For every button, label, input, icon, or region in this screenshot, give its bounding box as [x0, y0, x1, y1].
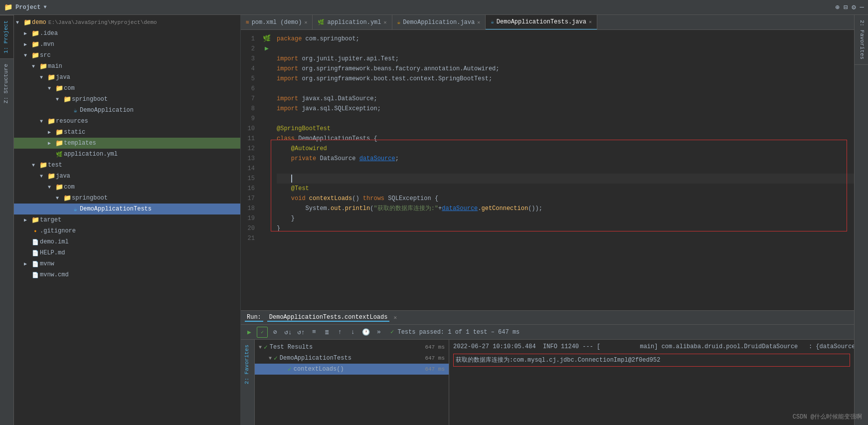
tree-static[interactable]: ▶ 📁 static — [14, 127, 240, 138]
settings-icon[interactable]: ⚙ — [852, 3, 856, 11]
tree-templates[interactable]: ▶ 📁 templates — [14, 138, 240, 149]
tree-main-com[interactable]: ▼ 📁 com — [14, 83, 240, 94]
rerun-failed-button[interactable]: ↺↑ — [296, 327, 307, 338]
minimize-icon[interactable]: — — [860, 3, 864, 11]
tree-test[interactable]: ▼ 📁 test — [14, 160, 240, 171]
tree-demo-application[interactable]: ▶ ☕ DemoApplication — [14, 105, 240, 116]
rerun-button[interactable]: ↺↓ — [283, 327, 294, 338]
tree-test-java[interactable]: ▼ 📁 java — [14, 171, 240, 182]
code-line-12: @Autowired — [277, 144, 854, 154]
clock-button[interactable]: 🕐 — [360, 327, 371, 338]
layout-icon[interactable]: ⊟ — [844, 3, 848, 11]
tree-main[interactable]: ▼ 📁 main — [14, 61, 240, 72]
editor-area: ≋ pom.xml (demo) ✕ 🌿 application.yml ✕ ☕… — [241, 15, 854, 425]
tree-demo-tests[interactable]: ▶ ☕ DemoApplicationTests — [14, 204, 240, 214]
close-run-tab[interactable]: ✕ — [393, 314, 397, 321]
watermark: CSDN @什么时候能变强啊 — [793, 413, 862, 421]
more-button[interactable]: » — [373, 327, 384, 338]
tree-target[interactable]: ▶ 📁 target — [14, 214, 240, 225]
test-method-item[interactable]: ▶ ✓ contextLoads() 647 ms — [255, 364, 449, 375]
tree-idea[interactable]: ▶ 📁 .idea — [14, 28, 240, 39]
tab-demo-app[interactable]: ☕ DemoApplication.java ✕ — [392, 15, 486, 30]
tree-mvn[interactable]: ▶ 📁 .mvn — [14, 39, 240, 50]
dropdown-arrow[interactable]: ▼ — [43, 4, 46, 10]
code-line-1: package com.springboot; — [277, 34, 854, 44]
tab-close-pom[interactable]: ✕ — [304, 19, 307, 25]
tree-main-java[interactable]: ▼ 📁 java — [14, 72, 240, 83]
test-class-item[interactable]: ▼ ✓ DemoApplicationTests 647 ms — [255, 353, 449, 364]
code-editor[interactable]: 1 2 3 4 5 6 7 8 9 10 11 12 13 14 15 16 1… — [241, 30, 854, 310]
bottom-panel: Run: DemoApplicationTests.contextLoads ✕… — [241, 310, 854, 425]
tree-demo-iml[interactable]: ▶ 📄 demo.iml — [14, 236, 240, 247]
code-line-21 — [277, 233, 854, 243]
tree-mvnw-cmd[interactable]: ▶ 📄 mvnw.cmd — [14, 269, 240, 280]
code-line-11: class DemoApplicationTests { — [277, 134, 854, 144]
code-line-15 — [277, 174, 854, 184]
stop-button[interactable]: ⊘ — [270, 327, 281, 338]
tab-structure[interactable]: Z: Structure — [0, 58, 13, 108]
gutter: 🌿 ▶ — [261, 30, 273, 310]
run-tab-label: Run: — [245, 314, 263, 322]
left-tabs: 1: Project Z: Structure — [0, 15, 14, 425]
main-content: 1: Project Z: Structure ▼ 📁 demo E:\Java… — [0, 15, 868, 425]
code-line-13: private DataSource dataSource; — [277, 154, 854, 164]
code-line-10: @SpringBootTest — [277, 124, 854, 134]
run-button[interactable]: ▶ — [244, 327, 255, 338]
tree-test-springboot[interactable]: ▼ 📁 springboot — [14, 193, 240, 204]
tab-close-demo-tests[interactable]: ✕ — [589, 19, 592, 25]
code-line-17: void contextLoads() throws SQLException … — [277, 194, 854, 204]
tab-yml[interactable]: 🌿 application.yml ✕ — [313, 15, 392, 30]
top-bar-icons: ⊕ ⊟ ⚙ — — [835, 3, 864, 11]
tree-root[interactable]: ▼ 📁 demo E:\Java\JavaSpring\Myproject\de… — [14, 17, 240, 28]
line-numbers: 1 2 3 4 5 6 7 8 9 10 11 12 13 14 15 16 1… — [241, 30, 261, 310]
console-line-2: 获取的数据库连接为:com.mysql.cj.jdbc.ConnectionIm… — [456, 355, 848, 365]
code-lines[interactable]: package com.springboot; import org.junit… — [273, 30, 854, 310]
tab-project[interactable]: 1: Project — [0, 15, 13, 58]
check-icon-class: ✓ — [274, 354, 278, 362]
code-line-9 — [277, 114, 854, 124]
code-line-7: import javax.sql.DataSource; — [277, 94, 854, 104]
code-line-20: } — [277, 223, 854, 233]
tab-icon-demo-app: ☕ — [397, 19, 401, 25]
tree-help-md[interactable]: ▶ 📄 HELP.md — [14, 247, 240, 258]
up-button[interactable]: ↑ — [335, 327, 346, 338]
code-line-4: import org.springframework.beans.factory… — [277, 64, 854, 74]
tree-test-com[interactable]: ▼ 📁 com — [14, 182, 240, 193]
test-results-header[interactable]: ▼ ✓ Test Results 647 ms — [255, 342, 449, 353]
console-line-1: 2022-06-27 10:10:05.484 INFO 11240 --- [… — [453, 342, 850, 352]
check-icon-method: ✓ — [288, 365, 292, 373]
tab-demo-tests[interactable]: ☕ DemoApplicationTests.java ✕ — [486, 15, 597, 30]
code-line-6 — [277, 84, 854, 94]
run-status: ✓ Tests passed: 1 of 1 test – 647 ms — [390, 328, 520, 336]
down-button[interactable]: ↓ — [347, 327, 358, 338]
sort-dur-button[interactable]: ≣ — [322, 327, 333, 338]
code-line-8: import java.sql.SQLException; — [277, 104, 854, 114]
run-config-label[interactable]: DemoApplicationTests.contextLoads — [267, 314, 390, 322]
check-button[interactable]: ✓ — [257, 327, 268, 338]
tree-app-yml[interactable]: ▶ 🌿 application.yml — [14, 149, 240, 160]
bottom-left-tabs: 2: Favorites — [241, 340, 255, 425]
tree-gitignore[interactable]: ▶ 🔸 .gitignore — [14, 225, 240, 236]
sort-alpha-button[interactable]: ≡ — [309, 327, 320, 338]
bottom-tab-favorites[interactable]: 2: Favorites — [241, 340, 254, 389]
tab-favorites-right[interactable]: 2: Favorites — [855, 15, 868, 65]
tab-icon-demo-tests: ☕ — [491, 18, 494, 25]
console-output-box: 获取的数据库连接为:com.mysql.cj.jdbc.ConnectionIm… — [453, 354, 850, 367]
tree-resources[interactable]: ▼ 📁 resources — [14, 116, 240, 127]
tab-bar: ≋ pom.xml (demo) ✕ 🌿 application.yml ✕ ☕… — [241, 15, 854, 30]
tree-main-springboot[interactable]: ▼ 📁 springboot — [14, 94, 240, 105]
sidebar: ▼ 📁 demo E:\Java\JavaSpring\Myproject\de… — [14, 15, 241, 425]
run-toolbar: ▶ ✓ ⊘ ↺↓ ↺↑ ≡ ≣ ↑ ↓ 🕐 » ✓ Tests passed: … — [241, 325, 854, 340]
code-line-14 — [277, 164, 854, 174]
sidebar-tree: ▼ 📁 demo E:\Java\JavaSpring\Myproject\de… — [14, 15, 240, 425]
test-results-panel: ▼ ✓ Test Results 647 ms ▼ ✓ DemoApplicat… — [255, 340, 449, 425]
tab-close-yml[interactable]: ✕ — [384, 19, 387, 25]
code-line-5: import org.springframework.boot.test.con… — [277, 74, 854, 84]
code-line-16: @Test — [277, 184, 854, 194]
tab-pom[interactable]: ≋ pom.xml (demo) ✕ — [241, 15, 313, 30]
tree-mvnw[interactable]: ▶ 📄 mvnw — [14, 258, 240, 269]
sync-icon[interactable]: ⊕ — [835, 3, 839, 11]
tab-close-demo-app[interactable]: ✕ — [477, 19, 480, 25]
right-tabs: 2: Favorites — [854, 15, 868, 425]
tree-src[interactable]: ▼ 📁 src — [14, 50, 240, 61]
